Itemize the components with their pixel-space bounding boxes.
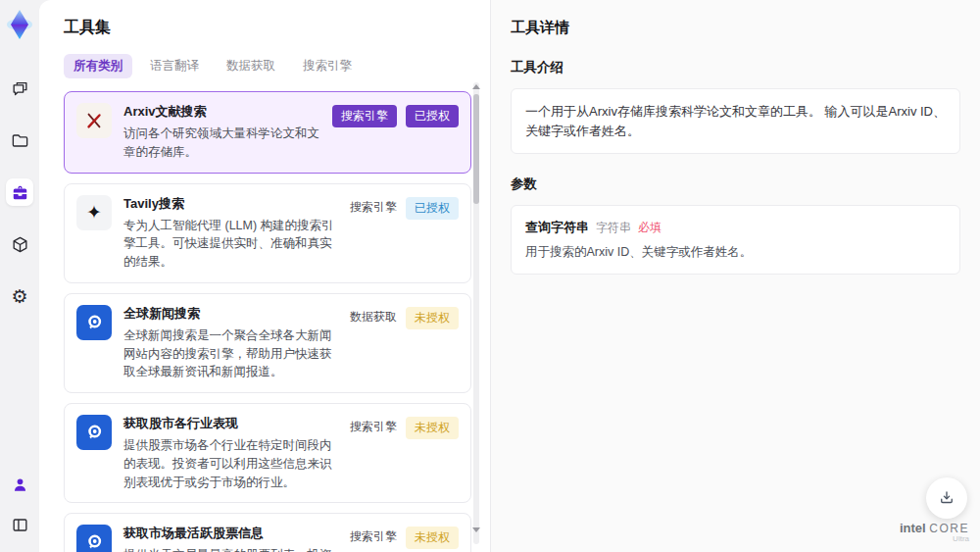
tool-description: 全球新闻搜索是一个聚合全球各大新闻网站内容的搜索引擎，帮助用户快速获取全球最新资… bbox=[123, 326, 338, 381]
tab-language-translation[interactable]: 语言翻译 bbox=[140, 54, 209, 78]
tool-card-global-news[interactable]: 全球新闻搜索 全球新闻搜索是一个聚合全球各大新闻网站内容的搜索引擎，帮助用户快速… bbox=[64, 293, 471, 393]
tab-data-fetch[interactable]: 数据获取 bbox=[217, 54, 285, 78]
tab-search-engine[interactable]: 搜索引擎 bbox=[293, 54, 362, 78]
detail-title: 工具详情 bbox=[511, 19, 960, 37]
left-rail: ⚙ bbox=[0, 0, 39, 552]
app-logo-icon bbox=[5, 8, 34, 41]
tool-meta: 搜索引擎 已授权 bbox=[350, 195, 459, 272]
intel-core-logo: intel CORE Ultra bbox=[900, 519, 969, 544]
arxiv-logo-icon bbox=[76, 103, 112, 138]
tool-card-active-stocks[interactable]: 获取市场最活跃股票信息 提供当天交易量最高的股票列表，投资者可以利用这些信息来识… bbox=[64, 513, 471, 552]
category-label: 搜索引擎 bbox=[350, 197, 397, 216]
tool-card-tavily[interactable]: ✦ Tavily搜索 专为人工智能代理 (LLM) 构建的搜索引擎工具。可快速提… bbox=[64, 183, 471, 283]
blue-search-logo-icon bbox=[76, 415, 112, 450]
param-name: 查询字符串 bbox=[525, 219, 589, 236]
folder-icon[interactable] bbox=[6, 126, 33, 154]
scrollbar-thumb[interactable] bbox=[473, 94, 479, 204]
param-header-line: 查询字符串 字符串 必填 bbox=[525, 219, 946, 236]
tool-description: 提供当天交易量最高的股票列表，投资者可以利用这些信息来识别流动性强的股票和潜在的… bbox=[123, 546, 338, 552]
intro-text: 一个用于从Arxiv存储库搜索科学论文和文章的工具。 输入可以是Arxiv ID… bbox=[525, 102, 946, 140]
auth-badge: 已授权 bbox=[406, 105, 459, 127]
category-label: 搜索引擎 bbox=[350, 527, 397, 545]
gear-glyph: ⚙ bbox=[11, 287, 27, 306]
chat-icon[interactable] bbox=[6, 75, 33, 102]
tool-detail-pane: 工具详情 工具介绍 一个用于从Arxiv存储库搜索科学论文和文章的工具。 输入可… bbox=[490, 0, 980, 552]
brand-intel-text: intel bbox=[900, 521, 926, 535]
main-content: 工具集 所有类别 语言翻译 数据获取 搜索引擎 Arxiv文献搜索 访问各个研究… bbox=[39, 0, 980, 552]
settings-gear-icon[interactable]: ⚙ bbox=[6, 282, 33, 310]
brand-sub-text: Ultra bbox=[900, 535, 969, 544]
tool-name: 获取市场最活跃股票信息 bbox=[123, 525, 338, 542]
param-required-flag: 必填 bbox=[638, 220, 662, 236]
panel-toggle-icon[interactable] bbox=[6, 511, 33, 538]
param-description: 用于搜索的Arxiv ID、关键字或作者姓名。 bbox=[525, 244, 946, 261]
brand-core-text: CORE bbox=[929, 522, 969, 535]
blue-search-logo-icon bbox=[76, 525, 112, 552]
tool-intro-card: 一个用于从Arxiv存储库搜索科学论文和文章的工具。 输入可以是Arxiv ID… bbox=[511, 88, 960, 154]
tool-meta: 数据获取 未授权 bbox=[350, 305, 459, 381]
auth-badge: 未授权 bbox=[406, 417, 459, 439]
tool-description: 访问各个研究领域大量科学论文和文章的存储库。 bbox=[123, 125, 320, 162]
user-avatar-icon[interactable] bbox=[6, 471, 33, 498]
rail-bottom bbox=[6, 471, 33, 538]
tab-all-categories[interactable]: 所有类别 bbox=[64, 54, 132, 78]
tool-name: Arxiv文献搜索 bbox=[123, 103, 320, 121]
category-label: 搜索引擎 bbox=[350, 417, 397, 435]
package-icon[interactable] bbox=[6, 230, 33, 258]
category-tabs: 所有类别 语言翻译 数据获取 搜索引擎 bbox=[64, 54, 490, 78]
scrollbar-up-arrow[interactable] bbox=[472, 84, 480, 89]
tool-list: Arxiv文献搜索 访问各个研究领域大量科学论文和文章的存储库。 搜索引擎 已授… bbox=[64, 91, 471, 552]
tool-body: 全球新闻搜索 全球新闻搜索是一个聚合全球各大新闻网站内容的搜索引擎，帮助用户快速… bbox=[123, 305, 338, 381]
tool-meta: 搜索引擎 未授权 bbox=[350, 525, 459, 552]
tool-body: 获取股市各行业表现 提供股票市场各个行业在特定时间段内的表现。投资者可以利用这些… bbox=[123, 415, 338, 491]
tool-description: 提供股票市场各个行业在特定时间段内的表现。投资者可以利用这些信息来识别表现优于或… bbox=[123, 436, 338, 491]
tool-name: 获取股市各行业表现 bbox=[123, 415, 338, 432]
auth-badge: 未授权 bbox=[406, 527, 459, 549]
blue-search-logo-icon bbox=[76, 305, 112, 340]
tool-body: Arxiv文献搜索 访问各个研究领域大量科学论文和文章的存储库。 bbox=[123, 103, 320, 162]
star-glyph: ✦ bbox=[86, 201, 102, 224]
auth-badge: 已授权 bbox=[406, 197, 459, 220]
tool-list-pane: 工具集 所有类别 语言翻译 数据获取 搜索引擎 Arxiv文献搜索 访问各个研究… bbox=[39, 0, 490, 552]
category-badge: 搜索引擎 bbox=[332, 105, 397, 127]
tool-name: Tavily搜索 bbox=[123, 195, 338, 213]
param-card: 查询字符串 字符串 必填 用于搜索的Arxiv ID、关键字或作者姓名。 bbox=[511, 205, 960, 275]
tool-name: 全球新闻搜索 bbox=[123, 305, 338, 323]
tool-body: 获取市场最活跃股票信息 提供当天交易量最高的股票列表，投资者可以利用这些信息来识… bbox=[123, 525, 338, 552]
tavily-star-icon: ✦ bbox=[76, 195, 112, 230]
category-label: 数据获取 bbox=[350, 307, 397, 326]
tool-meta: 搜索引擎 未授权 bbox=[350, 415, 459, 491]
param-type: 字符串 bbox=[596, 220, 631, 236]
toolbox-icon-active[interactable] bbox=[6, 178, 33, 206]
download-button[interactable] bbox=[926, 477, 967, 519]
rail-nav: ⚙ bbox=[6, 75, 33, 310]
scrollbar-down-arrow[interactable] bbox=[472, 527, 480, 532]
tool-meta: 搜索引擎 已授权 bbox=[332, 103, 459, 162]
tool-body: Tavily搜索 专为人工智能代理 (LLM) 构建的搜索引擎工具。可快速提供实… bbox=[123, 195, 338, 272]
tool-description: 专为人工智能代理 (LLM) 构建的搜索引擎工具。可快速提供实时、准确和真实的结… bbox=[123, 217, 338, 272]
intro-heading: 工具介绍 bbox=[511, 59, 960, 76]
tool-card-arxiv[interactable]: Arxiv文献搜索 访问各个研究领域大量科学论文和文章的存储库。 搜索引擎 已授… bbox=[64, 91, 471, 174]
page-title: 工具集 bbox=[64, 18, 490, 38]
auth-badge: 未授权 bbox=[406, 307, 459, 329]
params-heading: 参数 bbox=[511, 176, 960, 193]
tool-card-sector-performance[interactable]: 获取股市各行业表现 提供股票市场各个行业在特定时间段内的表现。投资者可以利用这些… bbox=[64, 403, 471, 503]
